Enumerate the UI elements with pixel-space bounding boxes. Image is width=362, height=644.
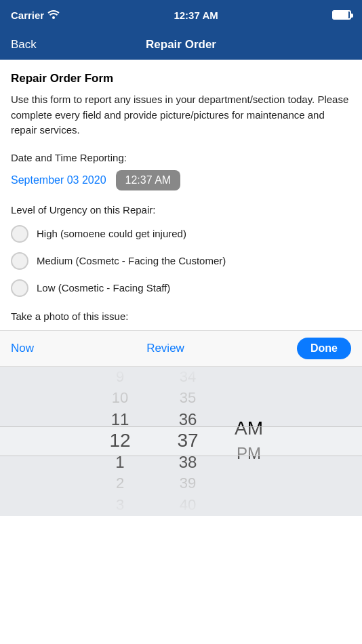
- picker-toolbar: Now Review Done: [0, 331, 362, 367]
- radio-item-medium[interactable]: Medium (Cosmetc - Facing the Customer): [11, 252, 351, 270]
- picker-hour-12: 12: [86, 430, 154, 451]
- picker-minute-34: 34: [154, 367, 222, 388]
- picker-pm: PM: [222, 441, 276, 466]
- picker-review-button[interactable]: Review: [146, 342, 184, 355]
- battery-icon: [332, 10, 351, 20]
- svg-point-0: [52, 16, 55, 19]
- nav-bar: Back Repair Order: [0, 30, 362, 60]
- picker-minute-37: 37: [154, 430, 222, 451]
- urgency-label: Level of Urgency on this Repair:: [11, 204, 351, 216]
- page-title: Repair Order: [146, 38, 216, 52]
- picker-minute-39: 39: [154, 473, 222, 494]
- radio-item-high[interactable]: High (somoene could get injured): [11, 225, 351, 243]
- picker-minute-36: 36: [154, 409, 222, 430]
- date-time-row: September 03 2020 12:37 AM: [11, 170, 351, 190]
- status-bar: Carrier 12:37 AM: [0, 0, 362, 30]
- picker-am: AM: [222, 416, 276, 441]
- radio-circle-low: [11, 279, 28, 297]
- picker-hour-2: 2: [86, 473, 154, 494]
- form-description: Use this form to report any issues in yo…: [11, 92, 351, 138]
- picker-minute-40: 40: [154, 494, 222, 515]
- date-value[interactable]: September 03 2020: [11, 174, 106, 186]
- picker-columns: 9 10 11 12 1 2 3 34 35 36 37 38 39 40 AM…: [0, 367, 362, 516]
- picker-ampm-column[interactable]: AM PM: [222, 367, 276, 516]
- radio-circle-medium: [11, 252, 28, 270]
- urgency-radio-group: High (somoene could get injured) Medium …: [11, 225, 351, 297]
- carrier-label: Carrier: [11, 9, 44, 21]
- radio-circle-high: [11, 225, 28, 243]
- picker-now-button[interactable]: Now: [11, 342, 34, 355]
- radio-label-low: Low (Cosmetic - Facing Staff): [37, 282, 170, 294]
- picker-hours-column[interactable]: 9 10 11 12 1 2 3: [86, 367, 154, 516]
- picker-done-button[interactable]: Done: [297, 338, 351, 359]
- radio-item-low[interactable]: Low (Cosmetic - Facing Staff): [11, 279, 351, 297]
- form-content: Repair Order Form Use this form to repor…: [0, 60, 362, 322]
- date-time-label: Date and Time Reporting:: [11, 152, 351, 163]
- back-button[interactable]: Back: [11, 38, 37, 52]
- time-badge[interactable]: 12:37 AM: [116, 170, 181, 190]
- carrier-wifi: Carrier: [11, 9, 60, 21]
- picker-minute-35: 35: [154, 388, 222, 409]
- photo-label: Take a photo of this issue:: [11, 310, 351, 322]
- time-picker[interactable]: 9 10 11 12 1 2 3 34 35 36 37 38 39 40 AM…: [0, 367, 362, 516]
- picker-hour-10: 10: [86, 388, 154, 409]
- form-title: Repair Order Form: [11, 72, 351, 85]
- status-time: 12:37 AM: [174, 9, 218, 21]
- radio-label-medium: Medium (Cosmetc - Facing the Customer): [37, 255, 226, 266]
- radio-label-high: High (somoene could get injured): [37, 228, 186, 239]
- picker-hour-9: 9: [86, 367, 154, 388]
- picker-hour-3: 3: [86, 494, 154, 515]
- wifi-icon: [47, 9, 60, 21]
- picker-minute-38: 38: [154, 451, 222, 472]
- picker-hour-1: 1: [86, 451, 154, 472]
- picker-hour-11: 11: [86, 409, 154, 430]
- picker-minutes-column[interactable]: 34 35 36 37 38 39 40: [154, 367, 222, 516]
